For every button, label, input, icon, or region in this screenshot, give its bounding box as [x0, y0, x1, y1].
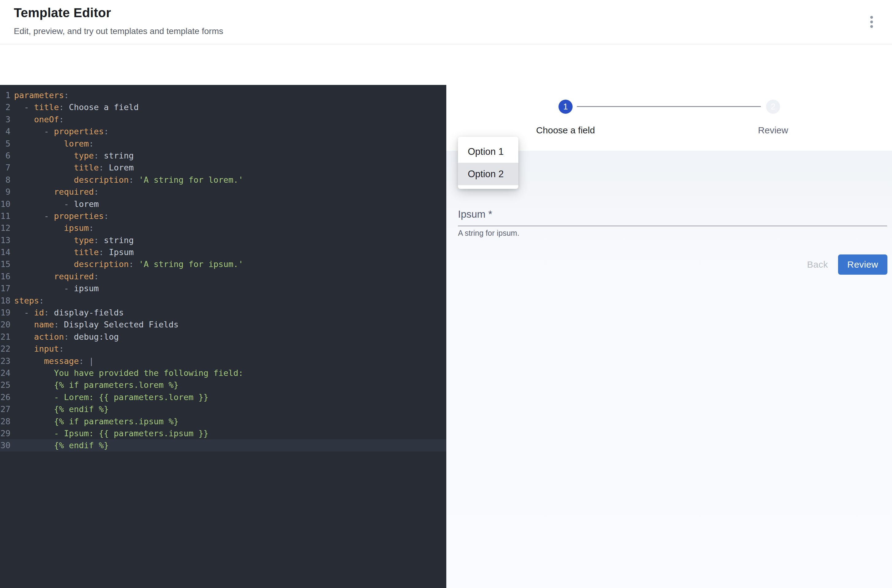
code-line-text: title: Ipsum	[12, 246, 133, 258]
code-line-text: - id: display-fields	[12, 307, 124, 318]
code-line: 8 description: 'A string for lorem.'	[0, 174, 446, 186]
template-loader-section: Load Existing Template Example Template	[0, 45, 892, 85]
line-number: 15	[0, 258, 12, 270]
line-number: 19	[0, 307, 12, 318]
code-line-text: {% if parameters.ipsum %}	[12, 416, 178, 428]
code-line-text: description: 'A string for ipsum.'	[12, 258, 243, 270]
code-line: 4 - properties:	[0, 125, 446, 137]
code-line-text: {% if parameters.lorem %}	[12, 379, 178, 391]
code-line-text: - ipsum	[12, 282, 99, 294]
line-number: 7	[0, 162, 12, 174]
code-line-text: - title: Choose a field	[12, 101, 139, 113]
code-line: 29 - Ipsum: {{ parameters.ipsum }}	[0, 428, 446, 440]
code-line: 10 - lorem	[0, 198, 446, 210]
code-line-text: {% endif %}	[12, 403, 109, 415]
code-line-text: ipsum:	[12, 222, 94, 234]
code-line: 5 lorem:	[0, 138, 446, 150]
line-number: 27	[0, 403, 12, 415]
code-line: 2 - title: Choose a field	[0, 101, 446, 113]
code-line: 17 - ipsum	[0, 282, 446, 294]
code-line: 13 type: string	[0, 234, 446, 246]
page-title: Template Editor	[14, 6, 111, 20]
page-subtitle: Edit, preview, and try out templates and…	[14, 26, 223, 36]
dropdown-option-option-2[interactable]: Option 2	[458, 163, 518, 185]
line-number: 28	[0, 416, 12, 428]
code-line: 14 title: Ipsum	[0, 246, 446, 258]
stepper-step-choose-a-field: 1Choose a field	[520, 100, 612, 135]
code-line-text: {% endif %}	[12, 440, 109, 451]
code-line: 26 - Lorem: {{ parameters.lorem }}	[0, 391, 446, 403]
code-line-text: oneOf:	[12, 113, 64, 125]
code-line: 22 input:	[0, 343, 446, 355]
code-line-text: lorem:	[12, 138, 94, 150]
line-number: 16	[0, 270, 12, 282]
code-line: 3 oneOf:	[0, 113, 446, 125]
code-line: 15 description: 'A string for ipsum.'	[0, 258, 446, 270]
code-line-text: input:	[12, 343, 64, 355]
code-line: 7 title: Lorem	[0, 162, 446, 174]
code-line-text: You have provided the following field:	[12, 367, 243, 379]
line-number: 10	[0, 198, 12, 210]
code-lines: 1parameters:2 - title: Choose a field3 o…	[0, 89, 446, 452]
page-header: Template Editor Edit, preview, and try o…	[0, 0, 892, 45]
line-number: 8	[0, 174, 12, 186]
dropdown-option-option-1[interactable]: Option 1	[458, 140, 518, 163]
code-line-text: parameters:	[12, 89, 69, 101]
code-line-text: - properties:	[12, 125, 109, 137]
line-number: 20	[0, 318, 12, 330]
code-line-text: name: Display Selected Fields	[12, 318, 178, 330]
code-line: 6 type: string	[0, 150, 446, 162]
step-number-badge: 2	[766, 100, 780, 114]
code-line-text: type: string	[12, 234, 133, 246]
line-number: 17	[0, 282, 12, 294]
line-number: 3	[0, 113, 12, 125]
code-line: 27 {% endif %}	[0, 403, 446, 415]
line-number: 2	[0, 101, 12, 113]
ipsum-helper-text: A string for ipsum.	[458, 229, 519, 238]
code-line: 25 {% if parameters.lorem %}	[0, 379, 446, 391]
step-label: Review	[727, 125, 819, 135]
code-line: 20 name: Display Selected Fields	[0, 318, 446, 330]
code-line-text: message: |	[12, 355, 94, 367]
line-number: 14	[0, 246, 12, 258]
code-line: 19 - id: display-fields	[0, 307, 446, 318]
line-number: 18	[0, 295, 12, 307]
review-button[interactable]: Review	[838, 255, 888, 274]
code-line: 30 {% endif %}	[0, 440, 446, 451]
line-number: 11	[0, 210, 12, 222]
line-number: 24	[0, 367, 12, 379]
more-options-button[interactable]	[861, 11, 882, 33]
code-line: 9 required:	[0, 186, 446, 198]
kebab-vertical-icon	[870, 21, 873, 23]
code-line-text: required:	[12, 186, 99, 198]
line-number: 25	[0, 379, 12, 391]
code-line: 28 {% if parameters.ipsum %}	[0, 416, 446, 428]
code-line: 21 action: debug:log	[0, 331, 446, 343]
ipsum-text-field[interactable]: Ipsum * A string for ipsum.	[458, 206, 887, 236]
field-options-dropdown: Option 1Option 2	[458, 137, 518, 189]
ipsum-field-underline	[458, 226, 887, 226]
code-line-text: type: string	[12, 150, 133, 162]
line-number: 4	[0, 125, 12, 137]
line-number: 12	[0, 222, 12, 234]
line-number: 9	[0, 186, 12, 198]
back-button[interactable]: Back	[801, 255, 834, 274]
line-number: 22	[0, 343, 12, 355]
line-number: 13	[0, 234, 12, 246]
kebab-vertical-icon	[870, 16, 873, 19]
code-line-text: - lorem	[12, 198, 99, 210]
code-line-text: steps:	[12, 295, 44, 307]
code-line: 11 - properties:	[0, 210, 446, 222]
stepper-step-review: 2Review	[727, 100, 819, 135]
step-number-badge: 1	[559, 100, 573, 114]
line-number: 29	[0, 428, 12, 440]
yaml-code-editor[interactable]: 1parameters:2 - title: Choose a field3 o…	[0, 85, 446, 588]
kebab-vertical-icon	[870, 25, 873, 28]
line-number: 6	[0, 150, 12, 162]
code-line-text: description: 'A string for lorem.'	[12, 174, 243, 186]
line-number: 21	[0, 331, 12, 343]
stepper-connector	[577, 106, 761, 107]
line-number: 1	[0, 89, 12, 101]
line-number: 23	[0, 355, 12, 367]
code-line-text: title: Lorem	[12, 162, 133, 174]
